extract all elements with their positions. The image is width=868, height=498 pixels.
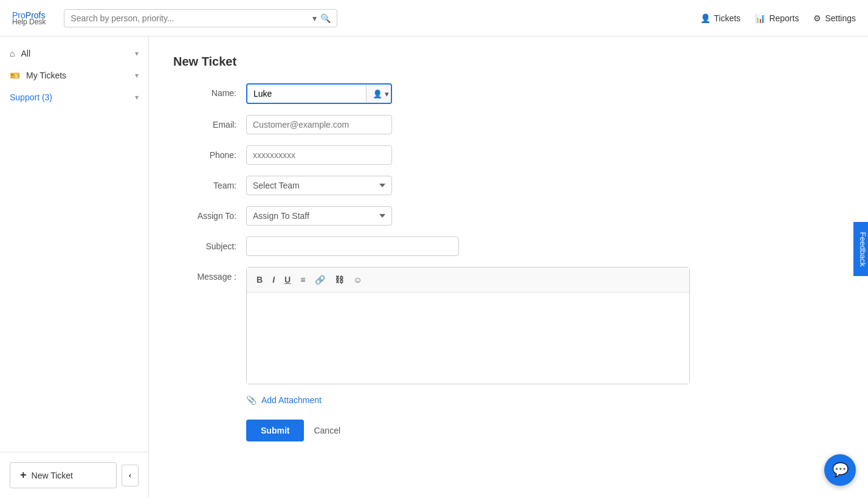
home-icon: ⌂ xyxy=(10,49,15,58)
chevron-down-icon-3: ▾ xyxy=(135,93,139,102)
message-editor: B I U ≡ 🔗 ⛓ ☺ xyxy=(246,267,690,384)
reports-label: Reports xyxy=(769,13,799,23)
chat-bubble[interactable]: 💬 xyxy=(824,454,856,486)
attachment-row[interactable]: 📎 Add Attachment xyxy=(246,395,844,405)
attach-icon: 📎 xyxy=(246,395,257,405)
message-row: Message : B I U ≡ 🔗 ⛓ ☺ xyxy=(173,267,844,384)
tickets-nav-item[interactable]: 👤 Tickets xyxy=(700,13,741,23)
email-input[interactable] xyxy=(246,115,392,134)
name-label: Name: xyxy=(173,83,246,98)
assign-select[interactable]: Assign To Staff xyxy=(246,206,392,226)
attachment-label: Add Attachment xyxy=(261,395,322,405)
chevron-down-icon-2: ▾ xyxy=(135,71,139,80)
assign-label: Assign To: xyxy=(173,206,246,221)
message-input[interactable] xyxy=(247,292,689,384)
editor-toolbar: B I U ≡ 🔗 ⛓ ☺ xyxy=(247,268,689,292)
bold-button[interactable]: B xyxy=(253,272,266,287)
name-row: Name: 👤 ▾ xyxy=(173,83,844,104)
team-label: Team: xyxy=(173,176,246,190)
email-label: Email: xyxy=(173,115,246,130)
collapse-sidebar-button[interactable]: ‹ xyxy=(122,465,139,486)
sidebar-support-label: Support (3) xyxy=(10,92,52,102)
settings-nav-item[interactable]: ⚙ Settings xyxy=(813,13,856,23)
person-icon: 👤 xyxy=(373,89,382,99)
cancel-button[interactable]: Cancel xyxy=(314,426,340,435)
dropdown-icon[interactable]: ▾ xyxy=(312,13,317,23)
search-bar: ▾ 🔍 xyxy=(64,9,337,27)
reports-icon: 📊 xyxy=(755,13,765,23)
settings-label: Settings xyxy=(825,13,856,23)
feedback-tab[interactable]: Feedback xyxy=(853,222,868,276)
message-label: Message : xyxy=(173,267,246,282)
new-ticket-button[interactable]: + New Ticket xyxy=(10,462,117,488)
logo-subtitle: Help Desk xyxy=(12,18,46,26)
logo: ProProfs Help Desk xyxy=(12,10,46,26)
chat-icon: 💬 xyxy=(832,462,849,478)
sidebar-item-support[interactable]: Support (3) ▾ xyxy=(0,86,148,108)
name-dropdown-button[interactable]: 👤 ▾ xyxy=(366,85,392,103)
subject-input[interactable] xyxy=(246,237,459,256)
team-select[interactable]: Select Team xyxy=(246,176,392,195)
sidebar-my-tickets-label: My Tickets xyxy=(26,71,66,80)
header: ProProfs Help Desk ▾ 🔍 👤 Tickets 📊 Repor… xyxy=(0,0,868,36)
team-row: Team: Select Team xyxy=(173,176,844,195)
chevron-down-icon: ▾ xyxy=(135,49,139,58)
list-button[interactable]: ≡ xyxy=(297,272,309,287)
subject-row: Subject: xyxy=(173,237,844,256)
emoji-button[interactable]: ☺ xyxy=(350,272,365,287)
search-input[interactable] xyxy=(71,13,312,23)
chevron-left-icon: ‹ xyxy=(129,471,131,480)
sidebar-bottom: + New Ticket ‹ xyxy=(0,452,148,498)
reports-nav-item[interactable]: 📊 Reports xyxy=(755,13,799,23)
main-content: New Ticket Name: 👤 ▾ Email: xyxy=(149,36,868,498)
phone-input[interactable] xyxy=(246,145,392,165)
sidebar-item-all[interactable]: ⌂ All ▾ xyxy=(0,43,148,64)
settings-icon: ⚙ xyxy=(813,13,821,23)
action-row: Submit Cancel xyxy=(246,420,844,441)
my-tickets-icon: 🎫 xyxy=(10,71,20,80)
name-input[interactable] xyxy=(247,85,366,103)
tickets-icon: 👤 xyxy=(700,13,711,23)
sidebar-all-label: All xyxy=(21,49,30,58)
unlink-button[interactable]: ⛓ xyxy=(331,272,347,287)
name-field-wrapper: 👤 ▾ xyxy=(246,83,392,104)
phone-row: Phone: xyxy=(173,145,844,165)
submit-button[interactable]: Submit xyxy=(246,420,304,441)
name-chevron-icon: ▾ xyxy=(385,89,389,99)
assign-row: Assign To: Assign To Staff xyxy=(173,206,844,226)
italic-button[interactable]: I xyxy=(269,272,278,287)
underline-button[interactable]: U xyxy=(281,272,294,287)
subject-label: Subject: xyxy=(173,237,246,251)
tickets-label: Tickets xyxy=(714,13,741,23)
link-button[interactable]: 🔗 xyxy=(311,272,329,287)
new-ticket-label: New Ticket xyxy=(32,471,73,480)
phone-label: Phone: xyxy=(173,145,246,160)
page-title: New Ticket xyxy=(173,55,844,69)
sidebar-item-my-tickets[interactable]: 🎫 My Tickets ▾ xyxy=(0,64,148,86)
plus-icon: + xyxy=(20,469,27,482)
sidebar: ⌂ All ▾ 🎫 My Tickets ▾ Support (3) ▾ xyxy=(0,36,149,498)
search-icon[interactable]: 🔍 xyxy=(320,13,331,23)
header-nav: 👤 Tickets 📊 Reports ⚙ Settings xyxy=(700,13,856,23)
email-row: Email: xyxy=(173,115,844,134)
